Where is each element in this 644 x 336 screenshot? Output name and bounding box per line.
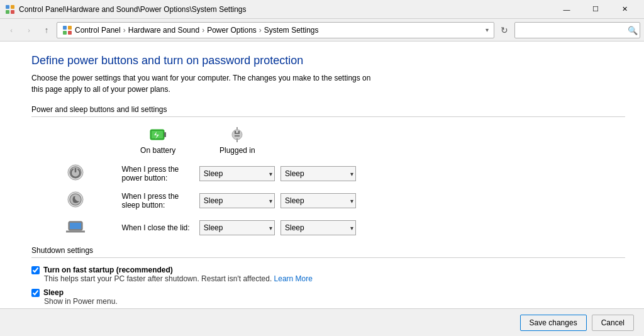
table-row: When I press the power button: Do nothin… [31, 160, 358, 187]
lid-battery-cell: Do nothing Sleep Hibernate Shut down Tur… [197, 214, 278, 241]
learn-more-link[interactable]: Learn More [274, 274, 313, 283]
svg-rect-5 [68, 26, 72, 30]
power-battery-select[interactable]: Do nothing Sleep Hibernate Shut down Tur… [199, 166, 275, 181]
section2-divider [31, 257, 625, 258]
table-header-row: On battery [31, 125, 358, 160]
plugged-icon [227, 125, 247, 145]
section1-label: Power and sleep buttons and lid settings [31, 105, 625, 114]
main-content: Define power buttons and turn on passwor… [0, 42, 644, 336]
lid-battery-select-wrap: Do nothing Sleep Hibernate Shut down Tur… [199, 220, 275, 235]
table-row: When I close the lid: Do nothing Sleep H… [31, 214, 358, 241]
sleep-battery-select-wrap: Do nothing Sleep Hibernate Shut down Tur… [199, 193, 275, 208]
breadcrumb-sep-1: › [123, 26, 126, 35]
sleep-desc: Show in Power menu. [44, 297, 625, 306]
search-input[interactable] [514, 22, 640, 38]
sleep-plugged-select[interactable]: Do nothing Sleep Hibernate Shut down Tur… [280, 193, 356, 208]
plugged-column-label: Plugged in [219, 146, 255, 155]
sleep-plugged-select-wrap: Do nothing Sleep Hibernate Shut down Tur… [280, 193, 356, 208]
lid-icon [66, 218, 85, 235]
back-button[interactable]: ‹ [4, 23, 19, 38]
table-row: When I press the sleep button: Do nothin… [31, 187, 358, 214]
page-title: Define power buttons and turn on passwor… [31, 54, 625, 67]
fast-startup-checkbox[interactable] [31, 266, 40, 274]
power-plugged-select-wrap: Do nothing Sleep Hibernate Shut down Tur… [280, 166, 356, 181]
lid-plugged-select-wrap: Do nothing Sleep Hibernate Shut down Tur… [280, 220, 356, 235]
power-button-label: When I press the power button: [119, 160, 197, 187]
power-plugged-select[interactable]: Do nothing Sleep Hibernate Shut down Tur… [280, 166, 356, 181]
power-battery-select-wrap: Do nothing Sleep Hibernate Shut down Tur… [199, 166, 275, 181]
bottom-bar: Save changes Cancel [0, 308, 644, 336]
fast-startup-label: Turn on fast startup (recommended) [43, 266, 173, 274]
battery-column-label: On battery [140, 146, 175, 155]
lid-plugged-cell: Do nothing Sleep Hibernate Shut down Tur… [278, 214, 358, 241]
breadcrumb-control-panel[interactable]: Control Panel [75, 26, 121, 35]
window-title: Control Panel\Hardware and Sound\Power O… [19, 5, 552, 14]
shutdown-item-fast-startup: Turn on fast startup (recommended) This … [31, 266, 625, 283]
svg-rect-6 [63, 31, 67, 35]
forward-button[interactable]: › [21, 23, 36, 38]
save-changes-button[interactable]: Save changes [520, 315, 587, 331]
breadcrumb-system-settings: System Settings [264, 26, 319, 35]
power-battery-cell: Do nothing Sleep Hibernate Shut down Tur… [197, 160, 278, 187]
col-battery-header: On battery [119, 125, 197, 160]
power-settings-table: On battery [31, 125, 358, 241]
navigation-bar: ‹ › ↑ Control Panel › Hardware and Sound… [0, 19, 644, 42]
lid-plugged-select[interactable]: Do nothing Sleep Hibernate Shut down Tur… [280, 220, 356, 235]
sleep-title: Sleep [31, 288, 625, 297]
power-row-icon-cell [31, 160, 119, 187]
svg-rect-4 [63, 26, 67, 30]
minimize-button[interactable]: — [552, 0, 581, 19]
svg-rect-7 [68, 31, 72, 35]
title-bar: Control Panel\Hardware and Sound\Power O… [0, 0, 644, 19]
cancel-button[interactable]: Cancel [592, 315, 634, 331]
battery-icon [148, 125, 168, 145]
svg-point-13 [232, 130, 242, 140]
address-bar[interactable]: Control Panel › Hardware and Sound › Pow… [57, 22, 494, 38]
sleep-row-icon-cell [31, 187, 119, 214]
col-plugged-header: Plugged in [197, 125, 278, 160]
sleep-button-label: When I press the sleep button: [119, 187, 197, 214]
lid-row-icon-cell [31, 214, 119, 241]
section2-label: Shutdown settings [31, 246, 625, 255]
sleep-button-icon [67, 191, 84, 208]
power-plugged-cell: Do nothing Sleep Hibernate Shut down Tur… [278, 160, 358, 187]
search-button[interactable]: 🔍 [628, 25, 638, 35]
sleep-battery-cell: Do nothing Sleep Hibernate Shut down Tur… [197, 187, 278, 214]
breadcrumb-sep-2: › [202, 26, 204, 35]
refresh-button[interactable]: ↻ [497, 23, 512, 38]
power-button-icon [67, 164, 84, 181]
sleep-label: Sleep [43, 288, 64, 297]
svg-rect-3 [11, 10, 14, 14]
svg-rect-0 [6, 5, 9, 9]
control-panel-icon [5, 4, 15, 14]
close-button[interactable]: ✕ [610, 0, 639, 19]
breadcrumb-sep-3: › [259, 26, 262, 35]
maximize-button[interactable]: ☐ [581, 0, 610, 19]
sleep-checkbox[interactable] [31, 289, 40, 297]
page-description: Choose the power settings that you want … [31, 72, 371, 95]
window-controls: — ☐ ✕ [552, 0, 639, 19]
breadcrumb-hardware-sound[interactable]: Hardware and Sound [128, 26, 199, 35]
section1-divider [31, 116, 625, 117]
fast-startup-desc: This helps start your PC faster after sh… [44, 274, 625, 283]
svg-rect-10 [164, 132, 166, 137]
fast-startup-title: Turn on fast startup (recommended) [31, 266, 625, 274]
svg-rect-2 [6, 10, 9, 14]
lid-label: When I close the lid: [119, 214, 197, 241]
up-button[interactable]: ↑ [39, 23, 54, 38]
search-wrapper: 🔍 [514, 22, 640, 38]
svg-rect-1 [11, 5, 14, 9]
nav-icon [62, 25, 72, 35]
fast-startup-desc-text: This helps start your PC faster after sh… [44, 274, 272, 283]
col-label-header [31, 125, 119, 160]
lid-battery-select[interactable]: Do nothing Sleep Hibernate Shut down Tur… [199, 220, 275, 235]
sleep-plugged-cell: Do nothing Sleep Hibernate Shut down Tur… [278, 187, 358, 214]
svg-rect-24 [70, 223, 81, 229]
sleep-battery-select[interactable]: Do nothing Sleep Hibernate Shut down Tur… [199, 193, 275, 208]
breadcrumb-power-options[interactable]: Power Options [207, 26, 257, 35]
address-dropdown-button[interactable]: ▾ [486, 26, 489, 33]
shutdown-item-sleep: Sleep Show in Power menu. [31, 288, 625, 306]
